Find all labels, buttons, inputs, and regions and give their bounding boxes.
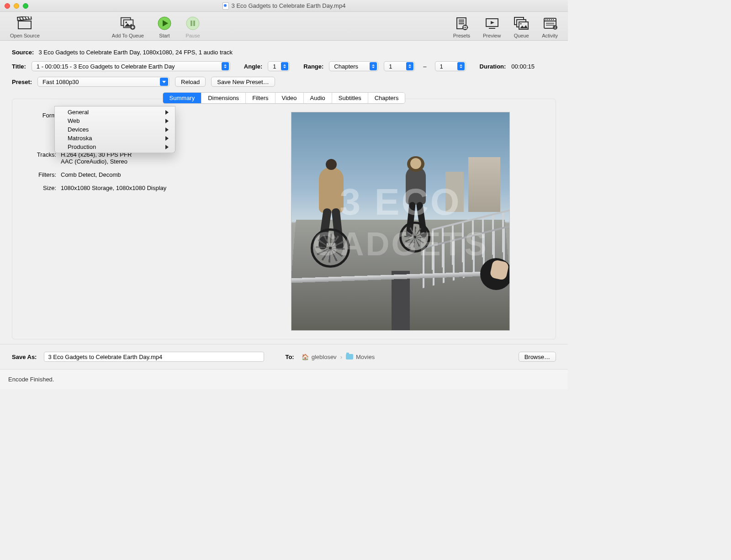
presets-icon [454, 16, 469, 31]
svg-rect-37 [547, 19, 548, 20]
duration-value: 00:00:15 [511, 63, 535, 70]
svg-point-33 [520, 23, 522, 25]
tab-chapters-label: Chapters [375, 95, 399, 101]
size-row: Size: 1080x1080 Storage, 1080x1080 Displ… [29, 185, 240, 191]
range-type-select[interactable]: Chapters [329, 61, 378, 71]
title-row: Title: 1 - 00:00:15 - 3 Eco Gadgets to C… [12, 61, 556, 71]
path-user: gleblosev [312, 354, 337, 360]
activity-button[interactable]: i Activity [535, 16, 564, 38]
status-text: Encode Finished. [8, 376, 54, 383]
submenu-arrow-icon [165, 110, 169, 115]
pause-label: Pause [185, 33, 200, 38]
start-button[interactable]: Start [150, 16, 179, 38]
angle-select[interactable]: 1 [268, 61, 290, 71]
home-icon: 🏠 [302, 354, 309, 360]
preset-menu-web[interactable]: Web [55, 116, 175, 125]
toolbar-right-group: Presets Preview Queue i Activity [447, 16, 564, 38]
preset-dropdown-menu: General Web Devices Matroska Production [54, 106, 175, 153]
svg-point-22 [465, 27, 466, 28]
open-source-label: Open Source [10, 33, 40, 38]
tab-chapters[interactable]: Chapters [368, 93, 405, 103]
chevron-right-icon: › [339, 354, 343, 360]
title-select-value: 1 - 00:00:15 - 3 Eco Gadgets to Celebrat… [37, 63, 175, 70]
tabs: Summary Dimensions Filters Video Audio S… [163, 92, 406, 104]
preset-select[interactable]: Fast 1080p30 [37, 77, 170, 87]
preset-menu-matroska-label: Matroska [68, 135, 92, 142]
queue-label: Queue [514, 33, 529, 38]
preset-menu-devices[interactable]: Devices [55, 125, 175, 134]
svg-rect-24 [465, 29, 466, 30]
tracks-line2: AAC (CoreAudio), Stereo [61, 158, 132, 165]
svg-point-14 [186, 17, 199, 30]
tracks-row: Tracks: H.264 (x264), 30 FPS PFR AAC (Co… [29, 151, 240, 165]
submenu-arrow-icon [165, 145, 169, 149]
tab-audio-label: Audio [310, 95, 325, 101]
stepper-icon [406, 62, 413, 70]
save-new-preset-label: Save New Preset… [217, 79, 269, 85]
presets-button[interactable]: Presets [447, 16, 477, 38]
tracks-value: H.264 (x264), 30 FPS PFR AAC (CoreAudio)… [61, 151, 132, 165]
reload-button[interactable]: Reload [175, 77, 206, 87]
source-row: Source: 3 Eco Gadgets to Celebrate Earth… [12, 49, 556, 56]
range-to-select[interactable]: 1 [435, 61, 466, 71]
preview-icon [484, 16, 500, 31]
angle-value: 1 [273, 63, 276, 70]
filters-value: Comb Detect, Decomb [61, 171, 121, 178]
play-icon [157, 16, 172, 31]
preview-button[interactable]: Preview [477, 16, 507, 38]
svg-rect-23 [465, 25, 466, 26]
tab-video[interactable]: Video [275, 93, 304, 103]
destination-path[interactable]: 🏠 gleblosev › Movies [302, 354, 375, 360]
save-as-input[interactable] [44, 352, 264, 362]
submenu-arrow-icon [165, 127, 169, 132]
preset-menu-devices-label: Devices [68, 126, 89, 133]
svg-line-4 [25, 17, 26, 20]
tab-audio[interactable]: Audio [304, 93, 332, 103]
preset-menu-production[interactable]: Production [55, 143, 175, 151]
tab-row: Summary Dimensions Filters Video Audio S… [12, 92, 556, 104]
stepper-icon [370, 62, 377, 70]
svg-rect-15 [191, 21, 192, 26]
tab-subtitles[interactable]: Subtitles [332, 93, 368, 103]
browse-button[interactable]: Browse… [519, 352, 556, 362]
tab-summary[interactable]: Summary [163, 93, 202, 103]
presets-label: Presets [453, 33, 470, 38]
queue-button[interactable]: Queue [507, 16, 535, 38]
window-title-text: 3 Eco Gadgets to Celebrate Earth Day.mp4 [232, 2, 346, 9]
svg-rect-26 [467, 27, 468, 28]
add-to-queue-button[interactable]: Add To Queue [106, 16, 150, 38]
video-preview-thumbnail: 3 ECO GADGETS [291, 112, 510, 331]
titlebar: 3 Eco Gadgets to Celebrate Earth Day.mp4 [0, 0, 568, 12]
range-dash: – [420, 63, 429, 70]
preset-label: Preset: [12, 79, 32, 85]
size-value: 1080x1080 Storage, 1080x1080 Display [61, 185, 166, 191]
start-label: Start [159, 33, 170, 38]
add-to-queue-label: Add To Queue [112, 33, 144, 38]
tracks-label: Tracks: [29, 151, 61, 165]
title-select[interactable]: 1 - 00:00:15 - 3 Eco Gadgets to Celebrat… [32, 61, 230, 71]
range-type-value: Chapters [334, 63, 358, 70]
tab-filters[interactable]: Filters [246, 93, 275, 103]
folder-icon [346, 354, 353, 359]
preset-menu-production-label: Production [68, 143, 96, 150]
tab-dimensions[interactable]: Dimensions [201, 93, 246, 103]
range-from-select[interactable]: 1 [384, 61, 415, 71]
open-source-button[interactable]: Open Source [4, 16, 46, 38]
pause-button[interactable]: Pause [179, 16, 207, 38]
reload-label: Reload [181, 79, 200, 85]
main-content: Source: 3 Eco Gadgets to Celebrate Earth… [0, 41, 568, 344]
title-label: Title: [12, 63, 26, 70]
source-value: 3 Eco Gadgets to Celebrate Earth Day, 10… [38, 49, 233, 56]
preset-value: Fast 1080p30 [42, 79, 79, 85]
document-icon [222, 2, 229, 10]
svg-rect-25 [462, 27, 464, 28]
window-title: 3 Eco Gadgets to Celebrate Earth Day.mp4 [0, 2, 568, 10]
preset-menu-matroska[interactable]: Matroska [55, 134, 175, 143]
browse-label: Browse… [524, 354, 550, 360]
save-new-preset-button[interactable]: Save New Preset… [211, 77, 275, 87]
add-images-icon [120, 16, 136, 31]
save-as-bar: Save As: To: 🏠 gleblosev › Movies Browse… [0, 344, 568, 369]
preset-menu-general-label: General [68, 109, 89, 116]
preset-menu-general[interactable]: General [55, 108, 175, 116]
svg-rect-39 [551, 19, 552, 20]
